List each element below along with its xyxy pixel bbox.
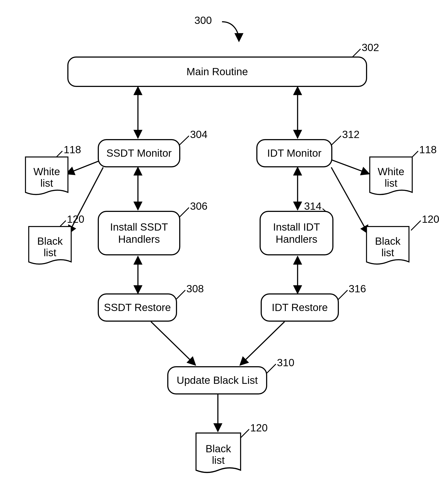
box-install-ssdt: Install SSDT Handlers — [98, 211, 180, 255]
ref-308: 308 — [186, 284, 204, 294]
doc-white-list-right: White list — [369, 156, 413, 200]
svg-line-18 — [175, 290, 185, 300]
box-ssdt-restore-label: SSDT Restore — [104, 302, 171, 313]
svg-line-8 — [331, 160, 369, 174]
doc-black-list-right: Black list — [366, 226, 409, 269]
ref-302: 302 — [362, 42, 379, 53]
box-idt-restore: IDT Restore — [261, 293, 339, 322]
doc-black-list-left: Black list — [28, 226, 72, 269]
svg-line-14 — [179, 136, 189, 146]
box-install-idt: Install IDT Handlers — [260, 211, 333, 255]
svg-line-9 — [331, 167, 368, 234]
box-idt-monitor-label: IDT Monitor — [267, 147, 321, 159]
figure-ref-label: 300 — [195, 15, 212, 26]
ref-312: 312 — [342, 129, 359, 140]
box-install-idt-label: Install IDT Handlers — [273, 221, 320, 245]
svg-line-15 — [331, 136, 341, 146]
box-idt-monitor: IDT Monitor — [256, 139, 332, 167]
ref-118-right: 118 — [419, 145, 437, 155]
box-main-routine-label: Main Routine — [187, 66, 248, 78]
box-update-black-list-label: Update Black List — [177, 374, 258, 386]
box-ssdt-monitor: SSDT Monitor — [98, 139, 180, 167]
ref-118-left: 118 — [64, 145, 81, 155]
svg-line-10 — [151, 322, 195, 365]
ref-310: 310 — [277, 357, 294, 368]
box-update-black-list: Update Black List — [167, 366, 267, 394]
box-idt-restore-label: IDT Restore — [272, 302, 328, 313]
doc-white-list-left: White list — [25, 156, 68, 200]
ref-314: 314 — [304, 201, 321, 212]
ref-120-left: 120 — [67, 214, 84, 225]
doc-white-list-left-label: White list — [34, 166, 60, 189]
doc-white-list-right-label: White list — [378, 166, 404, 189]
doc-black-list-left-label: Black list — [37, 236, 62, 259]
svg-line-20 — [266, 364, 276, 374]
box-ssdt-restore: SSDT Restore — [98, 293, 177, 322]
box-main-routine: Main Routine — [67, 57, 367, 87]
ref-120-bottom: 120 — [250, 423, 268, 433]
doc-black-list-bottom-label: Black list — [206, 443, 231, 466]
box-install-ssdt-label: Install SSDT Handlers — [110, 221, 168, 245]
doc-black-list-bottom: Black list — [195, 432, 241, 478]
box-ssdt-monitor-label: SSDT Monitor — [106, 147, 172, 159]
ref-306: 306 — [190, 201, 207, 212]
svg-line-16 — [179, 208, 189, 217]
ref-316: 316 — [349, 284, 366, 294]
ref-304: 304 — [190, 129, 207, 140]
svg-line-6 — [66, 160, 102, 174]
svg-line-24 — [411, 221, 421, 230]
doc-black-list-right-label: Black list — [375, 236, 400, 259]
diagram-canvas: 300 Main Routine 302 SSDT Monitor 304 ID… — [0, 0, 439, 504]
ref-120-right: 120 — [422, 214, 439, 225]
svg-line-19 — [338, 290, 348, 300]
